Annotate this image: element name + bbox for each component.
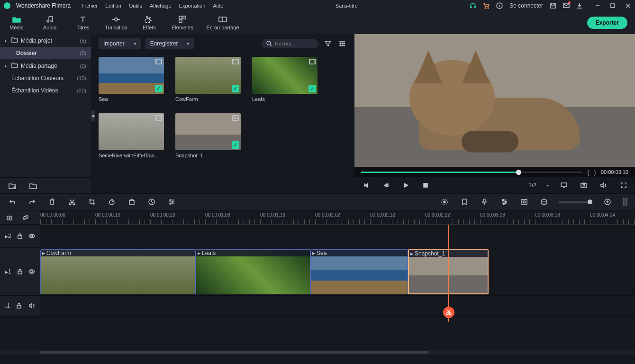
preview-viewport[interactable] bbox=[354, 34, 635, 167]
cut-button[interactable] bbox=[67, 197, 77, 207]
marker-button[interactable] bbox=[460, 197, 469, 207]
video-track-1[interactable]: ▸CowFarm▸Leafs▸Sea▸Snapshot_1 bbox=[40, 248, 635, 295]
mark-out-icon[interactable]: } bbox=[594, 169, 596, 176]
play-button[interactable] bbox=[401, 181, 410, 190]
zoom-in-button[interactable] bbox=[603, 197, 612, 207]
prev-frame-button[interactable] bbox=[361, 181, 371, 190]
sidebar-collapse[interactable]: ◀ bbox=[91, 110, 95, 121]
tab-audio[interactable]: Audio bbox=[33, 13, 66, 32]
login-link[interactable]: Se connecter bbox=[509, 2, 543, 9]
volume-icon[interactable] bbox=[599, 181, 608, 190]
lock-icon[interactable] bbox=[16, 267, 24, 276]
lock-icon[interactable] bbox=[15, 301, 23, 310]
mark-in-icon[interactable]: { bbox=[587, 169, 589, 176]
delete-button[interactable] bbox=[47, 197, 57, 207]
stop-button[interactable] bbox=[421, 181, 430, 190]
undo-button[interactable] bbox=[8, 197, 17, 207]
audio-track-1[interactable] bbox=[40, 296, 635, 316]
speed-button[interactable] bbox=[107, 197, 117, 207]
timeline-clip[interactable]: ▸CowFarm bbox=[40, 249, 196, 294]
save-icon[interactable] bbox=[550, 2, 556, 9]
color-button[interactable] bbox=[127, 197, 136, 207]
timeline-clip[interactable]: ▸Sea bbox=[310, 249, 408, 294]
duration-button[interactable] bbox=[147, 197, 156, 207]
timeline-clip[interactable]: ▸Leafs bbox=[196, 249, 310, 294]
search-input[interactable] bbox=[262, 39, 318, 48]
mixer-button[interactable] bbox=[499, 197, 509, 207]
close-button[interactable] bbox=[625, 2, 631, 9]
tab-elements[interactable]: Éléments bbox=[166, 13, 199, 32]
speaker-icon[interactable] bbox=[27, 301, 36, 310]
tab-effects[interactable]: Effets bbox=[133, 13, 166, 32]
download-icon[interactable] bbox=[576, 2, 583, 9]
export-button[interactable]: Exporter bbox=[587, 17, 627, 29]
mail-icon[interactable] bbox=[563, 2, 570, 9]
menu-help[interactable]: Aide bbox=[213, 3, 223, 9]
media-item[interactable]: ✓Snapshot_1 bbox=[175, 113, 241, 158]
headset-icon[interactable] bbox=[470, 2, 476, 9]
new-folder-icon[interactable] bbox=[8, 181, 17, 191]
eye-icon[interactable] bbox=[28, 231, 36, 241]
sidebar-item[interactable]: Dossier(5) bbox=[0, 47, 91, 59]
svg-rect-23 bbox=[156, 116, 162, 120]
media-item[interactable]: ✓Leafs bbox=[252, 57, 318, 102]
sidebar-item[interactable]: ▸Média projet(5) bbox=[0, 34, 91, 47]
app-name: Wondershare Filmora bbox=[16, 2, 71, 9]
media-item[interactable]: ✓CowFarm bbox=[175, 57, 241, 102]
folder-icon[interactable] bbox=[28, 181, 38, 191]
fullscreen-icon[interactable] bbox=[619, 181, 628, 190]
link-icon[interactable] bbox=[21, 213, 30, 222]
lock-icon[interactable] bbox=[16, 231, 24, 241]
record-dropdown[interactable]: Enregistrer▾ bbox=[145, 38, 194, 49]
voiceover-button[interactable] bbox=[480, 197, 489, 207]
zoom-out-button[interactable] bbox=[539, 197, 549, 207]
info-icon[interactable] bbox=[496, 2, 503, 9]
media-item[interactable]: SeineRiverwithEiffelTow... bbox=[99, 113, 164, 158]
search-field[interactable] bbox=[275, 41, 313, 46]
sidebar-item[interactable]: Échantillon Couleurs(15) bbox=[0, 72, 91, 84]
menu-view[interactable]: Affichage bbox=[150, 3, 172, 9]
eye-icon[interactable] bbox=[28, 267, 36, 276]
cart-icon[interactable] bbox=[483, 2, 490, 9]
zoom-slider[interactable] bbox=[559, 201, 592, 203]
sidebar-item[interactable]: ▸Média partagé(0) bbox=[0, 59, 91, 72]
menu-file[interactable]: Fichier bbox=[82, 3, 98, 9]
media-item[interactable]: ✓Sea bbox=[99, 57, 164, 102]
redo-button[interactable] bbox=[27, 197, 37, 207]
timeline-ruler[interactable]: 00:00:00:0000:00:00:1000:00:00:2000:00:0… bbox=[40, 210, 635, 225]
minimize-button[interactable] bbox=[594, 2, 601, 9]
display-settings-icon[interactable] bbox=[559, 181, 569, 190]
tab-transition[interactable]: Transition bbox=[100, 13, 133, 32]
import-dropdown[interactable]: Importer▾ bbox=[99, 38, 141, 49]
grid-view-icon[interactable] bbox=[337, 39, 347, 48]
ruler-tick: 00:00:01:06 bbox=[205, 212, 230, 218]
timeline-scrollbar[interactable] bbox=[0, 350, 635, 355]
keyframe-button[interactable] bbox=[519, 197, 529, 207]
tab-media[interactable]: Média bbox=[0, 13, 33, 32]
tab-titles[interactable]: Titres bbox=[66, 13, 100, 32]
preview-zoom-ratio[interactable]: 1/2 bbox=[528, 182, 536, 189]
crop-button[interactable] bbox=[87, 197, 97, 207]
zoom-fit-button[interactable] bbox=[623, 198, 627, 206]
clip-type-icon: ▸ bbox=[198, 250, 200, 256]
menu-tools[interactable]: Outils bbox=[129, 3, 142, 9]
sidebar-item[interactable]: Échantillon Vidéos(20) bbox=[0, 84, 91, 97]
timeline-toolbar bbox=[0, 193, 635, 210]
maximize-button[interactable] bbox=[609, 2, 616, 9]
media-sidebar: ▸Média projet(5)Dossier(5)▸Média partagé… bbox=[0, 34, 91, 193]
settings-button[interactable] bbox=[167, 197, 176, 207]
tab-splitscreen[interactable]: Écran partagé bbox=[199, 13, 246, 32]
filter-icon[interactable] bbox=[323, 39, 333, 48]
timeline-clip[interactable]: ▸Snapshot_1 bbox=[408, 249, 489, 294]
render-button[interactable] bbox=[440, 197, 449, 207]
add-track-icon[interactable] bbox=[5, 213, 14, 222]
preview-scrubber[interactable] bbox=[361, 172, 582, 173]
menu-export[interactable]: Exportation bbox=[179, 3, 206, 9]
snapshot-icon[interactable] bbox=[579, 181, 589, 190]
svg-rect-6 bbox=[179, 16, 182, 19]
play-reverse-button[interactable] bbox=[381, 181, 390, 190]
menu-edit[interactable]: Édition bbox=[105, 3, 121, 9]
chevron-down-icon[interactable]: ▾ bbox=[547, 183, 549, 188]
svg-rect-26 bbox=[424, 183, 427, 187]
clip-name: Snapshot_1 bbox=[415, 250, 445, 257]
